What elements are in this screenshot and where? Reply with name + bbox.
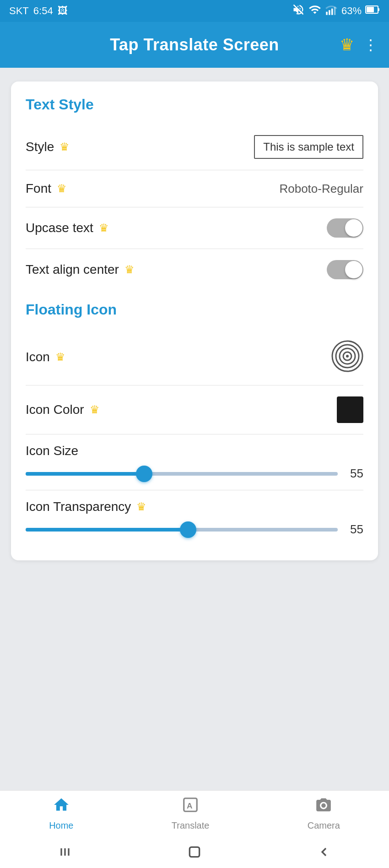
mute-icon — [292, 3, 305, 19]
battery-icon — [365, 5, 380, 17]
icon-transparency-crown-icon[interactable]: ♛ — [136, 500, 146, 513]
battery-text: 63% — [341, 5, 362, 17]
bottom-nav: Home A Translate Camera — [0, 790, 389, 836]
carrier-text: SKT — [9, 5, 29, 17]
image-icon: 🖼 — [58, 5, 68, 17]
icon-size-fill — [26, 472, 144, 476]
translate-label: Translate — [172, 820, 210, 831]
icon-row: Icon ♛ — [26, 329, 363, 385]
signal-icon — [325, 3, 338, 19]
icon-size-value: 55 — [345, 467, 363, 481]
font-label: Font ♛ — [26, 181, 67, 196]
app-title: Tap Translate Screen — [110, 35, 279, 54]
app-bar: Tap Translate Screen ♛ ⋮ — [0, 22, 389, 68]
upcase-toggle-knob — [345, 219, 362, 237]
svg-point-12 — [346, 355, 349, 358]
icon-size-section: Icon Size 55 — [26, 434, 363, 490]
icon-transparency-track[interactable] — [26, 528, 338, 532]
svg-text:A: A — [187, 801, 193, 810]
font-row: Font ♛ Roboto-Regular — [26, 170, 363, 207]
icon-transparency-value: 55 — [345, 522, 363, 537]
time-text: 6:54 — [33, 5, 53, 17]
status-bar: SKT 6:54 🖼 63% — [0, 0, 389, 22]
icon-color-label: Icon Color ♛ — [26, 402, 100, 417]
icon-color-crown-icon[interactable]: ♛ — [90, 403, 100, 416]
status-right: 63% — [292, 3, 380, 19]
camera-icon — [315, 796, 332, 818]
icon-crown-icon[interactable]: ♛ — [55, 351, 65, 363]
camera-label: Camera — [308, 820, 340, 831]
icon-transparency-thumb[interactable] — [180, 521, 196, 538]
style-row: Style ♛ This is sample text — [26, 124, 363, 170]
text-align-toggle[interactable] — [327, 260, 363, 279]
svg-rect-18 — [189, 847, 199, 857]
font-value[interactable]: Roboto-Regular — [279, 182, 363, 196]
app-bar-actions: ♛ ⋮ — [340, 35, 378, 54]
svg-rect-2 — [329, 10, 330, 15]
text-align-label: Text align center ♛ — [26, 262, 135, 277]
status-left: SKT 6:54 🖼 — [9, 5, 68, 17]
upcase-label: Upcase text ♛ — [26, 221, 109, 235]
nav-home-button[interactable] — [187, 845, 202, 859]
upcase-toggle[interactable] — [327, 218, 363, 238]
floating-icon-section: Floating Icon Icon ♛ — [26, 301, 363, 546]
icon-size-label-row: Icon Size — [26, 444, 363, 458]
icon-transparency-slider-row: 55 — [26, 522, 363, 537]
nav-translate[interactable]: A Translate — [172, 796, 210, 831]
text-style-section: Text Style Style ♛ This is sample text F… — [26, 96, 363, 290]
icon-transparency-label-row: Icon Transparency ♛ — [26, 499, 363, 514]
wifi-icon — [308, 3, 321, 19]
icon-color-row: Icon Color ♛ — [26, 385, 363, 434]
svg-rect-3 — [331, 9, 333, 15]
floating-icon-title: Floating Icon — [26, 301, 363, 318]
translate-icon: A — [182, 796, 199, 818]
icon-size-track[interactable] — [26, 472, 338, 476]
text-align-crown-icon[interactable]: ♛ — [124, 263, 135, 276]
nav-back-button[interactable] — [317, 845, 331, 859]
main-content: Text Style Style ♛ This is sample text F… — [0, 68, 389, 781]
icon-size-label: Icon Size — [26, 444, 78, 458]
premium-crown-icon[interactable]: ♛ — [340, 35, 354, 54]
home-icon — [53, 796, 70, 818]
text-style-title: Text Style — [26, 96, 363, 113]
icon-color-swatch[interactable] — [337, 396, 363, 423]
nav-recent-button[interactable] — [58, 845, 72, 859]
upcase-row: Upcase text ♛ — [26, 207, 363, 249]
svg-rect-1 — [326, 12, 328, 15]
style-crown-icon[interactable]: ♛ — [59, 141, 70, 153]
settings-card: Text Style Style ♛ This is sample text F… — [11, 81, 378, 560]
text-align-row: Text align center ♛ — [26, 249, 363, 290]
icon-label: Icon ♛ — [26, 350, 65, 364]
sample-text-box[interactable]: This is sample text — [254, 135, 363, 159]
icon-size-thumb[interactable] — [136, 466, 152, 482]
nav-home[interactable]: Home — [49, 796, 73, 831]
font-crown-icon[interactable]: ♛ — [57, 182, 67, 195]
system-nav-bar — [0, 836, 389, 868]
svg-rect-6 — [367, 7, 374, 12]
icon-transparency-fill — [26, 528, 188, 532]
text-align-toggle-knob — [345, 261, 362, 278]
upcase-crown-icon[interactable]: ♛ — [99, 222, 109, 234]
svg-rect-7 — [378, 8, 379, 11]
style-label: Style ♛ — [26, 140, 70, 154]
target-icon[interactable] — [331, 340, 363, 374]
nav-camera[interactable]: Camera — [308, 796, 340, 831]
icon-transparency-section: Icon Transparency ♛ 55 — [26, 490, 363, 546]
svg-rect-4 — [334, 7, 336, 15]
icon-size-slider-row: 55 — [26, 467, 363, 481]
icon-transparency-label: Icon Transparency — [26, 499, 131, 514]
home-label: Home — [49, 820, 73, 831]
overflow-menu-icon[interactable]: ⋮ — [363, 36, 378, 54]
